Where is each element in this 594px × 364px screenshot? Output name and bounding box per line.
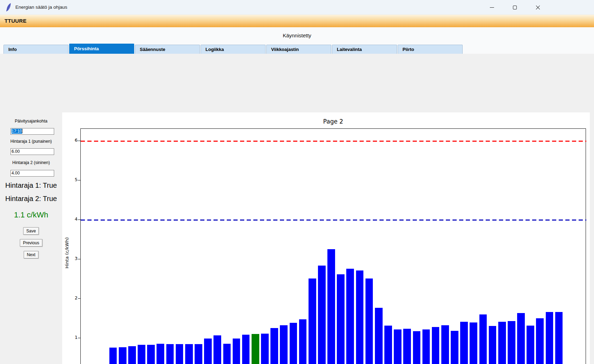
limit2-label: Hintaraja 2 (sininen) [0, 160, 62, 165]
minimize-icon [490, 7, 494, 8]
sidebar: Päivitysajankohta 17:10 Hintaraja 1 (pun… [0, 107, 62, 364]
window-title: Energian säätö ja ohjaus [15, 0, 67, 15]
maximize-icon [513, 6, 517, 9]
maximize-button[interactable] [507, 0, 523, 15]
price-bar [508, 321, 515, 364]
price-bar [166, 344, 174, 364]
limit1-input[interactable]: 6.00 [10, 148, 54, 155]
price-bar [489, 326, 497, 364]
tab-info[interactable]: Info [3, 45, 68, 54]
brand-banner: TTUURE [0, 15, 594, 27]
y-axis-label-wrap: Hinta (c/kWh) [64, 128, 71, 364]
price-bar [432, 327, 440, 364]
price-bar [536, 318, 544, 364]
current-price-text: 1.1 c/kWh [0, 210, 62, 220]
plot-area [80, 128, 586, 364]
limit1-label: Hintaraja 1 (punainen) [0, 139, 62, 144]
price-bar [460, 322, 468, 364]
app-status-text: Käynnistetty [283, 32, 311, 38]
price-bar [403, 329, 411, 364]
brand-text: TTUURE [5, 18, 27, 24]
y-tick-mark [78, 259, 80, 259]
price-bar [394, 329, 401, 364]
previous-button[interactable]: Previous [20, 239, 43, 247]
limit1-status-text: Hintaraja 1: True [0, 181, 62, 190]
y-tick-mark [78, 338, 80, 338]
price-bar [138, 345, 145, 364]
status-strip: Käynnistetty [0, 27, 594, 44]
price-bar [517, 313, 525, 364]
price-bar [109, 348, 117, 364]
price-bar [546, 312, 553, 364]
price-bar [318, 266, 326, 364]
price-bar [128, 346, 136, 364]
tab-viikkoajastin[interactable]: Viikkoajastin [266, 45, 331, 54]
tab-logiikka[interactable]: Logiikka [201, 45, 266, 54]
next-button[interactable]: Next [24, 251, 39, 259]
price-bar [290, 323, 297, 364]
close-button[interactable] [530, 0, 546, 15]
minimize-button[interactable] [484, 0, 500, 15]
price-bar [242, 335, 250, 364]
price-bar [527, 326, 534, 364]
price-bar [176, 344, 183, 364]
current-price-bar [252, 334, 259, 364]
selected-text: 17:10 [12, 129, 22, 134]
price-bar [479, 314, 487, 364]
tab-piirto[interactable]: Piirto [398, 45, 463, 54]
price-bar [375, 308, 383, 364]
price-bar [327, 249, 335, 364]
price-bar [498, 322, 506, 364]
price-bar [299, 319, 307, 364]
price-bar [280, 325, 288, 364]
y-tick-mark [78, 141, 80, 141]
limit2-status-text: Hintaraja 2: True [0, 195, 62, 203]
price-bar [337, 274, 345, 364]
price-bar [147, 345, 155, 364]
price-bar [422, 329, 430, 364]
tab-prssihinta[interactable]: Pörssihinta [69, 44, 134, 54]
price-bar [119, 347, 126, 364]
y-axis-label: Hinta (c/kWh) [64, 237, 70, 268]
update-time-label: Päivitysajankohta [0, 119, 62, 124]
price-chart-canvas: Page 2012345621.12-1321.12-1421.12-1521.… [62, 112, 590, 364]
limit1-value: 6.00 [12, 149, 20, 154]
price-bar [384, 326, 392, 364]
tab-page: Päivitysajankohta 17:10 Hintaraja 1 (pun… [0, 54, 594, 364]
price-bar [441, 325, 449, 364]
chart-title: Page 2 [80, 118, 586, 125]
price-bar [223, 344, 231, 364]
y-tick-mark [78, 180, 80, 180]
price-bar [270, 328, 278, 364]
price-bar [309, 278, 316, 364]
tkinter-feather-icon [5, 3, 12, 12]
price-bar [356, 270, 364, 364]
price-bar [261, 334, 269, 364]
text-caret [22, 129, 22, 133]
price-bar [413, 331, 421, 364]
price-bar [346, 269, 354, 364]
limit-line-2 [81, 220, 586, 221]
limit-line-1 [81, 141, 586, 142]
price-bar [555, 312, 563, 364]
price-bar [204, 339, 212, 364]
price-bar [233, 339, 240, 364]
price-bar [157, 344, 164, 364]
price-bar [213, 335, 221, 364]
limit2-value: 4.00 [12, 171, 20, 176]
tab-laitevalinta[interactable]: Laitevalinta [332, 45, 397, 54]
titlebar: Energian säätö ja ohjaus [0, 0, 594, 15]
tab-sennuste[interactable]: Sääennuste [135, 45, 200, 54]
close-icon [536, 5, 540, 10]
y-tick-mark [78, 220, 80, 220]
price-bar [195, 344, 202, 364]
y-tick-mark [78, 298, 80, 299]
price-bar [451, 331, 458, 364]
tab-bar: InfoPörssihintaSääennusteLogiikkaViikkoa… [0, 44, 594, 54]
save-button[interactable]: Save [23, 227, 39, 235]
price-bar [185, 344, 193, 364]
price-bar [470, 322, 477, 364]
update-time-input[interactable]: 17:10 [10, 128, 54, 135]
price-bar [365, 278, 373, 364]
limit2-input[interactable]: 4.00 [10, 170, 54, 177]
